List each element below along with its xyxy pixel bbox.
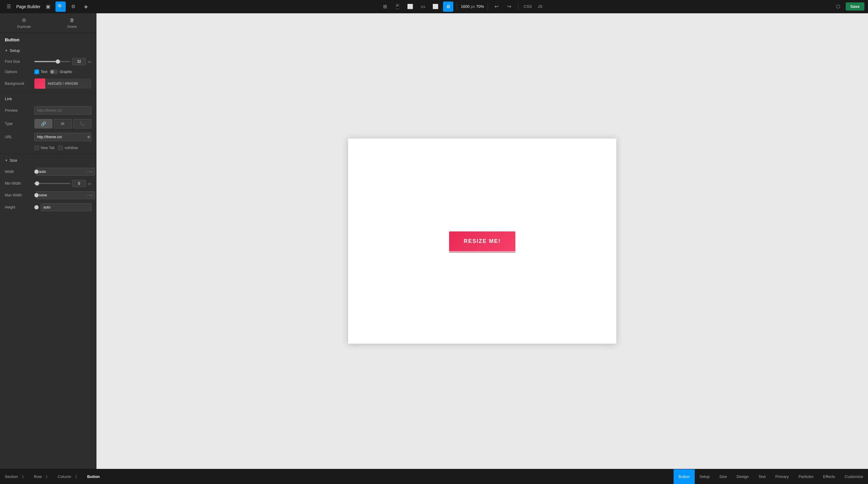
divider bbox=[457, 3, 457, 10]
link-group-header[interactable]: Link bbox=[0, 93, 96, 104]
min-width-controls: px bbox=[34, 180, 91, 187]
preview-btn[interactable]: ⬡ bbox=[833, 1, 843, 12]
background-row: Background #e92a55 / #f44168 bbox=[0, 76, 96, 91]
top-bar-right: ⬡ Save bbox=[833, 1, 864, 12]
delete-icon: 🗑 bbox=[70, 18, 74, 23]
tab-design[interactable]: Design bbox=[732, 469, 753, 484]
tab-size[interactable]: Size bbox=[715, 469, 732, 484]
top-bar-center: ⊞ 📱 ⬜ ▭ ⬜ 🖥 1600 px 70% ↩ ↪ CSS JS bbox=[380, 1, 544, 12]
font-size-unit: px bbox=[88, 60, 91, 63]
min-width-slider[interactable] bbox=[34, 183, 70, 184]
viewport-px: 1600 bbox=[461, 4, 470, 9]
undo-btn[interactable]: ↩ bbox=[492, 1, 502, 12]
height-controls bbox=[34, 203, 91, 211]
redo-btn[interactable]: ↪ bbox=[504, 1, 515, 12]
new-tab-wrap[interactable]: New Tab bbox=[34, 145, 55, 150]
new-tab-checkbox[interactable] bbox=[34, 145, 39, 150]
save-button[interactable]: Save bbox=[846, 2, 864, 10]
height-input[interactable] bbox=[41, 204, 91, 211]
setup-group-header[interactable]: ▼ Setup bbox=[0, 45, 96, 56]
bottom-tabs: Button Setup Size Design Text Primary Pa… bbox=[674, 469, 868, 484]
size-group-header[interactable]: ▼ Size bbox=[0, 155, 96, 166]
tab-customize[interactable]: Customize bbox=[840, 469, 868, 484]
graphic-option[interactable]: Graphic bbox=[50, 69, 72, 74]
hamburger-menu[interactable]: ☰ bbox=[4, 1, 14, 12]
preview-row: Preview bbox=[0, 104, 96, 117]
size-label: Size bbox=[10, 158, 17, 163]
bc-row-label: Row bbox=[34, 474, 41, 479]
layers-icon[interactable]: ⊞ bbox=[380, 1, 390, 12]
panel-section-title: Button bbox=[0, 33, 96, 45]
newtab-row: New Tab nofollow bbox=[0, 143, 96, 152]
top-bar: ☰ Page Builder ▣ 🔍 ⚙ ◈ ⊞ 📱 ⬜ ▭ ⬜ 🖥 1600 … bbox=[0, 0, 868, 13]
min-width-unit: px bbox=[88, 182, 91, 185]
min-width-row: Min Width px bbox=[0, 178, 96, 189]
width-row: Width ••• bbox=[0, 166, 96, 178]
color-swatch[interactable] bbox=[34, 79, 45, 89]
duplicate-button[interactable]: ⧉ Duplicate bbox=[0, 13, 48, 33]
tab-primary[interactable]: Primary bbox=[770, 469, 794, 484]
breadcrumb-section[interactable]: Section ❯ bbox=[0, 469, 29, 484]
size-arrow-icon: ▼ bbox=[5, 159, 8, 162]
bc-section-label: Section bbox=[5, 474, 18, 479]
panel-actions: ⧉ Duplicate 🗑 Delete bbox=[0, 13, 96, 33]
font-size-slider[interactable] bbox=[34, 61, 70, 62]
min-width-input[interactable] bbox=[72, 180, 86, 187]
extra-btn[interactable]: ◈ bbox=[81, 1, 91, 12]
font-size-row: Font Size 32 px bbox=[0, 56, 96, 67]
css-btn[interactable]: CSS bbox=[522, 3, 534, 10]
text-option[interactable]: ✓ Text bbox=[34, 69, 47, 74]
max-width-input-wrap: ••• bbox=[36, 191, 95, 199]
bc-button-label: Button bbox=[87, 474, 100, 479]
bc-arrow2: ❯ bbox=[45, 475, 48, 479]
font-size-input[interactable]: 32 bbox=[72, 58, 86, 65]
options-row: Options ✓ Text Graphic bbox=[0, 67, 96, 76]
tab-setup[interactable]: Setup bbox=[695, 469, 715, 484]
nofollow-wrap[interactable]: nofollow bbox=[58, 145, 78, 150]
width-more-btn[interactable]: ••• bbox=[87, 170, 95, 173]
search-btn[interactable]: 🔍 bbox=[56, 1, 66, 12]
nofollow-checkbox[interactable] bbox=[58, 145, 63, 150]
graphic-toggle[interactable] bbox=[50, 69, 58, 74]
height-slider[interactable] bbox=[34, 207, 39, 208]
separator2 bbox=[0, 153, 96, 154]
tab-effects[interactable]: Effects bbox=[818, 469, 840, 484]
type-email-btn[interactable]: ✉ bbox=[54, 119, 72, 129]
bottom-bar: Section ❯ Row ❯ Column ❯ Button Button S… bbox=[0, 469, 868, 484]
resize-me-button[interactable]: RESIZE ME! bbox=[449, 231, 515, 251]
type-phone-btn[interactable]: 📞 bbox=[73, 119, 91, 129]
tab-text[interactable]: Text bbox=[754, 469, 771, 484]
setup-arrow-icon: ▼ bbox=[5, 49, 8, 52]
tablet-sm-icon[interactable]: ⬜ bbox=[405, 1, 415, 12]
breadcrumb-button[interactable]: Button bbox=[82, 469, 104, 484]
js-btn[interactable]: JS bbox=[536, 3, 544, 10]
tab-particles[interactable]: Particles bbox=[794, 469, 818, 484]
tab-button[interactable]: Button bbox=[674, 469, 695, 484]
height-input-wrap bbox=[41, 203, 91, 211]
tablet-icon[interactable]: ▭ bbox=[418, 1, 428, 12]
breadcrumb-column[interactable]: Column ❯ bbox=[53, 469, 82, 484]
options-checkboxes: ✓ Text Graphic bbox=[34, 69, 72, 74]
setup-label: Setup bbox=[10, 48, 20, 53]
graphic-option-label: Graphic bbox=[60, 70, 72, 74]
laptop-icon[interactable]: ⬜ bbox=[430, 1, 441, 12]
top-bar-left: ☰ Page Builder ▣ 🔍 ⚙ ◈ bbox=[4, 1, 91, 12]
page-frame: RESIZE ME! bbox=[348, 139, 616, 344]
url-input[interactable] bbox=[35, 133, 85, 141]
color-value: #e92a55 / #f44168 bbox=[45, 82, 91, 86]
app-title: Page Builder bbox=[16, 4, 40, 9]
url-label: URL bbox=[5, 135, 32, 139]
type-url-btn[interactable]: 🔗 bbox=[34, 119, 53, 129]
sidebar-toggle[interactable]: ▣ bbox=[43, 1, 53, 12]
breadcrumb-row[interactable]: Row ❯ bbox=[29, 469, 53, 484]
preview-input[interactable] bbox=[34, 106, 91, 115]
desktop-icon[interactable]: 🖥 bbox=[443, 1, 453, 12]
max-width-input[interactable] bbox=[36, 192, 87, 199]
settings-btn[interactable]: ⚙ bbox=[68, 1, 79, 12]
max-width-more-btn[interactable]: ••• bbox=[87, 193, 95, 197]
mobile-sm-icon[interactable]: 📱 bbox=[393, 1, 403, 12]
url-clear-btn[interactable]: ⊗ bbox=[85, 135, 91, 139]
text-checkbox[interactable]: ✓ bbox=[34, 69, 39, 74]
width-input[interactable] bbox=[36, 168, 87, 175]
delete-button[interactable]: 🗑 Delete bbox=[48, 13, 96, 33]
